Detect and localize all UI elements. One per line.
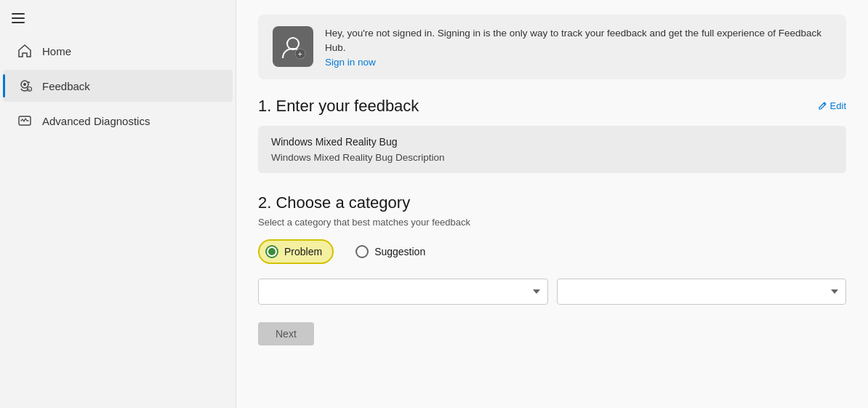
- sidebar-item-home[interactable]: Home: [3, 35, 233, 67]
- section2-heading: 2. Choose a category: [258, 193, 846, 212]
- home-icon: [17, 44, 32, 58]
- dropdown1[interactable]: [258, 279, 548, 305]
- avatar-icon: +: [273, 26, 313, 67]
- main-content: + Hey, you're not signed in. Signing in …: [236, 0, 868, 408]
- radio-problem-label: Problem: [284, 246, 322, 257]
- radio-problem[interactable]: Problem: [258, 239, 334, 264]
- radio-group: Problem Suggestion: [258, 239, 846, 264]
- dropdown2-chevron-icon: [831, 289, 838, 294]
- banner-content: Hey, you're not signed in. Signing in is…: [325, 26, 832, 68]
- feedback-summary: Windows Mixed Reality Bug Windows Mixed …: [258, 126, 846, 173]
- feedback-summary-title: Windows Mixed Reality Bug: [271, 136, 833, 148]
- radio-problem-circle: [265, 245, 278, 258]
- sidebar-item-home-label: Home: [42, 45, 71, 57]
- dropdown1-chevron-icon: [533, 289, 540, 294]
- sidebar-item-feedback-label: Feedback: [42, 80, 90, 92]
- category-subtitle: Select a category that best matches your…: [258, 217, 846, 228]
- banner-text: Hey, you're not signed in. Signing in is…: [325, 26, 832, 56]
- feedback-summary-desc: Windows Mixed Reality Bug Description: [271, 152, 833, 163]
- section1-heading-row: 1. Enter your feedback Edit: [258, 97, 846, 116]
- sidebar-item-feedback[interactable]: + Feedback: [3, 70, 233, 102]
- signin-link[interactable]: Sign in now: [325, 57, 376, 68]
- dropdown2[interactable]: [557, 279, 847, 305]
- hamburger-icon: [12, 13, 25, 23]
- sidebar-item-advanced-diagnostics-label: Advanced Diagnostics: [42, 115, 150, 127]
- edit-button[interactable]: Edit: [817, 100, 846, 111]
- diagnostics-icon: [17, 113, 32, 128]
- radio-suggestion-label: Suggestion: [374, 246, 425, 257]
- svg-point-5: [287, 38, 299, 49]
- dropdown2-wrapper: [557, 279, 847, 305]
- signin-banner: + Hey, you're not signed in. Signing in …: [258, 15, 846, 79]
- radio-suggestion[interactable]: Suggestion: [348, 239, 437, 264]
- section1-heading: 1. Enter your feedback: [258, 97, 419, 116]
- edit-icon: [817, 101, 827, 111]
- svg-text:+: +: [298, 49, 302, 58]
- dropdown1-wrapper: [258, 279, 548, 305]
- svg-point-1: [23, 83, 26, 86]
- radio-suggestion-circle: [355, 245, 369, 258]
- next-button[interactable]: Next: [258, 322, 314, 345]
- hamburger-button[interactable]: [0, 6, 236, 31]
- dropdowns-row: [258, 279, 846, 305]
- sidebar: Home + Feedback Advanced Diagnostics: [0, 0, 236, 408]
- sidebar-item-advanced-diagnostics[interactable]: Advanced Diagnostics: [3, 105, 233, 137]
- feedback-icon: +: [17, 79, 32, 93]
- svg-text:+: +: [28, 87, 31, 92]
